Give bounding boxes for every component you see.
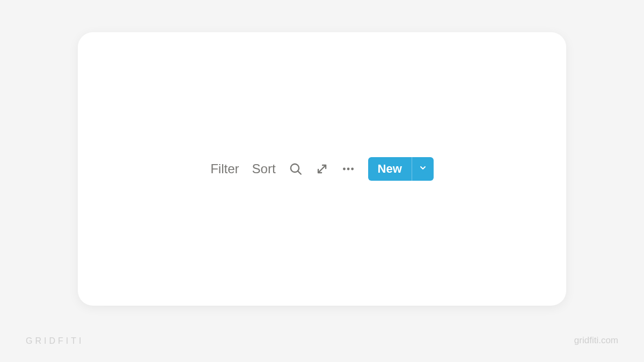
database-toolbar: Filter Sort xyxy=(210,157,434,181)
svg-line-1 xyxy=(297,171,301,174)
expand-icon[interactable] xyxy=(316,162,328,175)
new-button[interactable]: New xyxy=(368,157,412,181)
svg-point-4 xyxy=(347,168,349,171)
svg-line-2 xyxy=(318,165,326,173)
svg-point-3 xyxy=(343,168,346,171)
svg-point-5 xyxy=(351,168,354,171)
more-options-icon[interactable] xyxy=(341,162,355,176)
brand-watermark: GRIDFITI xyxy=(26,336,84,346)
content-card: Filter Sort xyxy=(78,32,566,306)
sort-button[interactable]: Sort xyxy=(252,161,276,176)
chevron-down-icon xyxy=(419,164,427,174)
new-dropdown-button[interactable] xyxy=(412,157,434,181)
filter-button[interactable]: Filter xyxy=(210,161,239,176)
site-url: gridfiti.com xyxy=(574,335,618,346)
new-button-label: New xyxy=(378,162,402,176)
new-button-group: New xyxy=(368,157,434,181)
search-icon[interactable] xyxy=(289,162,303,176)
